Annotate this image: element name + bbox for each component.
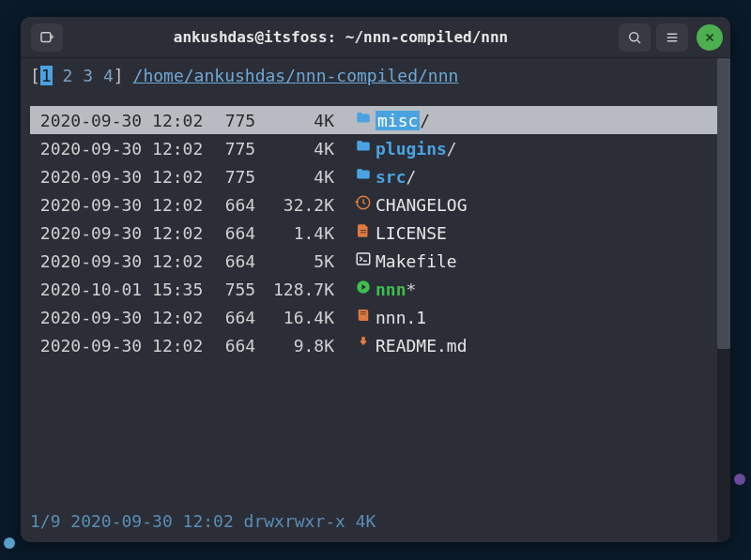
file-name: LICENSE	[376, 223, 721, 243]
file-perm: 664	[205, 308, 261, 327]
file-date: 2020-09-30 12:02	[30, 195, 205, 215]
bracket-open: [	[30, 66, 40, 85]
file-row[interactable]: 2020-09-30 12:02 6641.4KLICENSE	[30, 219, 721, 247]
file-size: 5K	[261, 251, 351, 271]
scrollbar-thumb[interactable]	[717, 58, 730, 349]
folder-icon	[351, 138, 376, 159]
file-perm: 664	[205, 251, 261, 271]
file-row[interactable]: 2020-09-30 12:02 7754Kmisc/	[30, 106, 721, 134]
file-name: README.md	[376, 336, 721, 356]
current-path[interactable]: /home/ankushdas/nnn-compiled/nnn	[133, 66, 459, 85]
file-size: 128.7K	[261, 280, 351, 299]
file-size: 16.4K	[261, 308, 351, 327]
file-name: CHANGELOG	[376, 195, 721, 215]
play-icon	[351, 279, 376, 299]
file-perm: 755	[205, 280, 261, 299]
svg-marker-4	[360, 337, 367, 345]
bracket-close: ]	[114, 66, 124, 85]
file-row[interactable]: 2020-09-30 12:02 66432.2KCHANGELOG	[30, 190, 721, 219]
download-icon	[351, 335, 376, 356]
scrollbar[interactable]	[717, 58, 730, 542]
file-date: 2020-09-30 12:02	[30, 336, 205, 356]
svg-rect-0	[41, 32, 51, 41]
svg-rect-2	[357, 253, 370, 265]
file-name: nnn.1	[376, 308, 721, 327]
file-date: 2020-10-01 15:35	[30, 280, 205, 299]
titlebar: ankushdas@itsfoss: ~/nnn-compiled/nnn	[21, 17, 730, 58]
file-date: 2020-09-30 12:02	[30, 139, 205, 159]
hamburger-icon	[664, 29, 681, 46]
file-perm: 775	[205, 139, 261, 159]
file-size: 4K	[261, 167, 351, 187]
file-perm: 664	[205, 223, 261, 243]
history-icon	[351, 194, 376, 215]
file-name: plugins/	[376, 139, 721, 159]
file-date: 2020-09-30 12:02	[30, 223, 205, 243]
search-icon	[626, 29, 643, 46]
context-tab-4[interactable]: 4	[103, 66, 114, 85]
terminal-icon	[351, 250, 376, 271]
svg-point-1	[630, 32, 638, 40]
file-row[interactable]: 2020-09-30 12:02 7754Ksrc/	[30, 162, 721, 190]
context-tab-3[interactable]: 3	[83, 66, 93, 85]
file-size: 4K	[261, 111, 351, 130]
status-line: 1/9 2020-09-30 12:02 drwxrwxr-x 4K	[30, 511, 376, 531]
bg-dot	[4, 537, 15, 549]
menu-button[interactable]	[656, 23, 688, 52]
doc-icon	[351, 222, 376, 243]
file-row[interactable]: 2020-09-30 12:02 6645KMakefile	[30, 247, 721, 275]
file-size: 1.4K	[261, 223, 351, 243]
context-line: [1 2 3 4]/home/ankushdas/nnn-compiled/nn…	[30, 66, 721, 85]
file-size: 32.2K	[261, 195, 351, 215]
bg-dot	[734, 474, 745, 485]
book-icon	[351, 307, 376, 327]
close-icon	[703, 31, 716, 44]
search-button[interactable]	[619, 23, 651, 52]
file-size: 9.8K	[261, 336, 351, 356]
file-name: src/	[376, 167, 721, 187]
file-perm: 664	[205, 195, 261, 215]
file-perm: 775	[205, 111, 261, 130]
file-date: 2020-09-30 12:02	[30, 111, 205, 130]
new-tab-icon	[38, 29, 55, 46]
terminal-window: ankushdas@itsfoss: ~/nnn-compiled/nnn [1…	[21, 17, 730, 542]
file-date: 2020-09-30 12:02	[30, 167, 205, 187]
file-row[interactable]: 2020-09-30 12:02 6649.8KREADME.md	[30, 331, 721, 359]
terminal-body[interactable]: [1 2 3 4]/home/ankushdas/nnn-compiled/nn…	[21, 58, 730, 542]
file-date: 2020-09-30 12:02	[30, 308, 205, 327]
window-title: ankushdas@itsfoss: ~/nnn-compiled/nnn	[66, 28, 616, 46]
file-perm: 775	[205, 167, 261, 187]
context-tab-1[interactable]: 1	[40, 66, 53, 85]
file-list: 2020-09-30 12:02 7754Kmisc/ 2020-09-30 1…	[30, 106, 721, 359]
close-button[interactable]	[697, 24, 723, 51]
file-row[interactable]: 2020-09-30 12:02 7754Kplugins/	[30, 134, 721, 162]
file-size: 4K	[261, 139, 351, 159]
file-name: Makefile	[376, 251, 721, 271]
folder-icon	[351, 166, 376, 187]
file-name: nnn*	[376, 280, 721, 299]
folder-icon	[351, 110, 376, 130]
file-row[interactable]: 2020-10-01 15:35 755128.7Knnn*	[30, 275, 721, 303]
file-perm: 664	[205, 336, 261, 356]
context-tab-2[interactable]: 2	[63, 66, 73, 85]
file-date: 2020-09-30 12:02	[30, 251, 205, 271]
file-row[interactable]: 2020-09-30 12:02 66416.4Knnn.1	[30, 303, 721, 331]
new-tab-button[interactable]	[31, 23, 63, 52]
file-name: misc/	[376, 111, 721, 130]
